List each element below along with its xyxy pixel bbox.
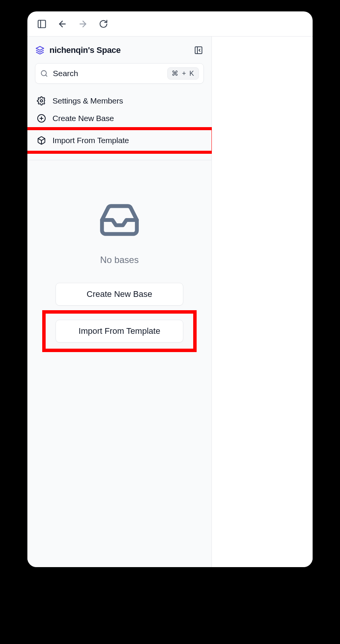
panel-icon	[37, 19, 47, 29]
forward-button[interactable]	[78, 19, 88, 29]
reload-icon	[99, 19, 108, 29]
right-panel	[212, 37, 313, 567]
svg-rect-0	[38, 20, 46, 28]
highlight-annotation: Import From Template	[42, 310, 197, 352]
inbox-icon	[99, 199, 140, 242]
plus-circle-icon	[37, 113, 46, 123]
menu-label-create-base: Create New Base	[52, 114, 114, 123]
reload-button[interactable]	[98, 19, 109, 29]
sidebar-item-create-base[interactable]: Create New Base	[35, 110, 204, 127]
panel-toggle-button[interactable]	[37, 19, 47, 29]
back-button[interactable]	[57, 19, 68, 29]
arrow-left-icon	[57, 19, 67, 29]
sidebar-menu: Settings & Members Create New Base	[27, 90, 211, 160]
search-shortcut: ⌘ + K	[167, 67, 199, 80]
empty-state: No bases Create New Base Import From Tem…	[27, 160, 211, 567]
sidebar-item-settings[interactable]: Settings & Members	[35, 92, 204, 110]
arrow-right-icon	[78, 19, 88, 29]
package-icon	[37, 135, 46, 145]
space-row[interactable]: nichenqin's Space	[35, 45, 204, 56]
search-input[interactable]: Search ⌘ + K	[35, 63, 204, 84]
search-container: Search ⌘ + K	[27, 61, 211, 90]
create-base-button[interactable]: Create New Base	[56, 283, 183, 306]
menu-label-import-template: Import From Template	[52, 136, 129, 145]
collapse-sidebar-button[interactable]	[193, 45, 204, 56]
layers-icon	[35, 45, 45, 55]
empty-title: No bases	[100, 255, 138, 265]
sidebar-header: nichenqin's Space	[27, 37, 211, 61]
search-placeholder: Search	[53, 69, 163, 78]
app-window: nichenqin's Space	[27, 11, 313, 567]
svg-marker-4	[36, 46, 44, 50]
app-body: nichenqin's Space	[27, 37, 313, 567]
search-icon	[40, 69, 48, 78]
browser-toolbar	[27, 11, 313, 37]
sidebar-item-import-template[interactable]: Import From Template	[27, 127, 214, 154]
svg-line-8	[46, 75, 47, 77]
panel-left-close-icon	[194, 46, 203, 55]
space-title: nichenqin's Space	[49, 45, 121, 55]
sidebar: nichenqin's Space	[27, 37, 212, 567]
svg-point-9	[40, 100, 43, 102]
gear-icon	[37, 96, 46, 106]
menu-label-settings: Settings & Members	[52, 96, 123, 105]
import-template-button[interactable]: Import From Template	[56, 320, 183, 343]
